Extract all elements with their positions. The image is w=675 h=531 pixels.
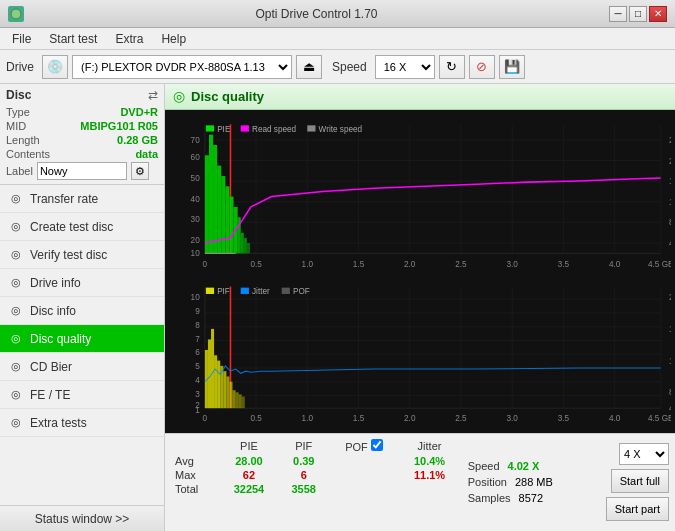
- total-jitter: [399, 482, 460, 496]
- contents-value: data: [135, 148, 158, 160]
- svg-text:50: 50: [191, 174, 201, 183]
- cd-bier-icon: ◎: [8, 359, 24, 375]
- save-button[interactable]: 💾: [499, 55, 525, 79]
- avg-pie: 28.00: [219, 454, 279, 468]
- sidebar-item-label-create-test-disc: Create test disc: [30, 220, 113, 234]
- svg-text:3.0: 3.0: [507, 259, 519, 268]
- svg-rect-109: [241, 287, 249, 293]
- svg-text:3.5: 3.5: [558, 412, 570, 422]
- disc-quality-icon-header: ◎: [173, 88, 185, 104]
- svg-text:3.0: 3.0: [507, 412, 519, 422]
- avg-pif: 0.39: [279, 454, 329, 468]
- menu-extra[interactable]: Extra: [107, 30, 151, 48]
- svg-text:30: 30: [191, 215, 201, 224]
- minimize-button[interactable]: ─: [609, 6, 627, 22]
- svg-rect-117: [214, 355, 217, 408]
- sidebar-item-verify-test-disc[interactable]: ◎ Verify test disc: [0, 241, 164, 269]
- svg-text:4.5 GB: 4.5 GB: [648, 412, 671, 422]
- svg-rect-54: [225, 186, 229, 253]
- app-icon: [8, 6, 24, 22]
- sidebar-item-disc-info[interactable]: ◎ Disc info: [0, 297, 164, 325]
- chart-pif: 10 9 8 7 6 5 4 3 2 1 0 0.5 1.0 1.5 2.0: [169, 276, 671, 429]
- svg-text:8 X: 8 X: [669, 218, 671, 227]
- chart-pie-svg: 70 60 50 40 30 20 10 0 0.5 1.0 1.5 2.0 2…: [169, 114, 671, 274]
- menu-file[interactable]: File: [4, 30, 39, 48]
- svg-rect-111: [282, 287, 290, 293]
- disc-quality-icon: ◎: [8, 331, 24, 347]
- drive-icon-button[interactable]: 💿: [42, 55, 68, 79]
- max-jitter: 11.1%: [399, 468, 460, 482]
- sidebar-item-create-test-disc[interactable]: ◎ Create test disc: [0, 213, 164, 241]
- menu-help[interactable]: Help: [153, 30, 194, 48]
- svg-text:POF: POF: [293, 285, 310, 295]
- status-window-button[interactable]: Status window >>: [0, 505, 164, 531]
- svg-rect-121: [226, 376, 229, 408]
- restore-button[interactable]: □: [629, 6, 647, 22]
- drive-info-icon: ◎: [8, 275, 24, 291]
- svg-text:9: 9: [195, 305, 200, 315]
- svg-text:4: 4: [195, 374, 200, 384]
- svg-rect-42: [206, 125, 214, 131]
- sidebar-item-cd-bier[interactable]: ◎ CD Bier: [0, 353, 164, 381]
- label-input[interactable]: [37, 162, 127, 180]
- menu-start-test[interactable]: Start test: [41, 30, 105, 48]
- speed-select-stat[interactable]: 4 X 8 X 16 X Max: [619, 443, 669, 465]
- chart-pie: 70 60 50 40 30 20 10 0 0.5 1.0 1.5 2.0 2…: [169, 114, 671, 274]
- svg-rect-49: [205, 155, 209, 253]
- svg-text:40: 40: [191, 194, 201, 203]
- speed-stat-value: 4.02 X: [508, 460, 540, 472]
- svg-text:1: 1: [195, 405, 200, 415]
- drive-select[interactable]: (F:) PLEXTOR DVDR PX-880SA 1.13: [72, 55, 292, 79]
- toolbar: Drive 💿 (F:) PLEXTOR DVDR PX-880SA 1.13 …: [0, 50, 675, 84]
- svg-rect-107: [206, 287, 214, 293]
- extra-tests-icon: ◎: [8, 415, 24, 431]
- svg-rect-51: [213, 144, 217, 252]
- svg-text:Read speed: Read speed: [252, 124, 297, 133]
- svg-rect-53: [221, 175, 225, 252]
- svg-rect-50: [209, 134, 213, 253]
- avg-label: Avg: [171, 454, 219, 468]
- svg-text:3: 3: [195, 388, 200, 398]
- disc-settings-button[interactable]: ⚙: [131, 162, 149, 180]
- position-label: Position: [468, 476, 507, 488]
- svg-rect-115: [208, 339, 211, 408]
- eject-button[interactable]: ⏏: [296, 55, 322, 79]
- start-full-button[interactable]: Start full: [611, 469, 669, 493]
- jitter-checkbox[interactable]: [371, 439, 383, 451]
- sidebar-item-label-fe-te: FE / TE: [30, 388, 70, 402]
- svg-rect-58: [241, 232, 244, 253]
- svg-text:2.0: 2.0: [404, 259, 416, 268]
- svg-point-0: [11, 9, 21, 19]
- sidebar-item-label-cd-bier: CD Bier: [30, 360, 72, 374]
- position-value: 288 MB: [515, 476, 553, 488]
- max-pif: 6: [279, 468, 329, 482]
- svg-text:1.5: 1.5: [353, 412, 365, 422]
- sidebar-item-extra-tests[interactable]: ◎ Extra tests: [0, 409, 164, 437]
- drive-label: Drive: [6, 60, 34, 74]
- sidebar-item-label-extra-tests: Extra tests: [30, 416, 87, 430]
- svg-text:2.5: 2.5: [455, 412, 467, 422]
- svg-rect-122: [229, 381, 232, 407]
- svg-rect-116: [211, 328, 214, 407]
- erase-button[interactable]: ⊘: [469, 55, 495, 79]
- stats-table: PIE PIF POF Jitter Avg 28.00: [171, 438, 460, 527]
- disc-toggle-arrow[interactable]: ⇄: [148, 88, 158, 102]
- svg-text:4.5 GB: 4.5 GB: [648, 259, 671, 268]
- svg-text:70: 70: [191, 135, 201, 144]
- refresh-button[interactable]: ↻: [439, 55, 465, 79]
- speed-select[interactable]: 16 X Max 8 X 4 X: [375, 55, 435, 79]
- disc-section: Disc ⇄ Type DVD+R MID MBIPG101 R05 Lengt…: [0, 84, 164, 185]
- svg-text:20 X: 20 X: [669, 156, 671, 165]
- svg-text:20%: 20%: [669, 292, 671, 302]
- stats-speed-section: Speed 4.02 X Position 288 MB Samples 857…: [468, 438, 598, 527]
- svg-text:5: 5: [195, 360, 200, 370]
- close-button[interactable]: ✕: [649, 6, 667, 22]
- sidebar-item-disc-quality[interactable]: ◎ Disc quality: [0, 325, 164, 353]
- sidebar-item-transfer-rate[interactable]: ◎ Transfer rate: [0, 185, 164, 213]
- sidebar: Disc ⇄ Type DVD+R MID MBIPG101 R05 Lengt…: [0, 84, 165, 531]
- start-part-button[interactable]: Start part: [606, 497, 669, 521]
- length-value: 0.28 GB: [117, 134, 158, 146]
- svg-text:4%: 4%: [669, 403, 671, 413]
- sidebar-item-fe-te[interactable]: ◎ FE / TE: [0, 381, 164, 409]
- sidebar-item-drive-info[interactable]: ◎ Drive info: [0, 269, 164, 297]
